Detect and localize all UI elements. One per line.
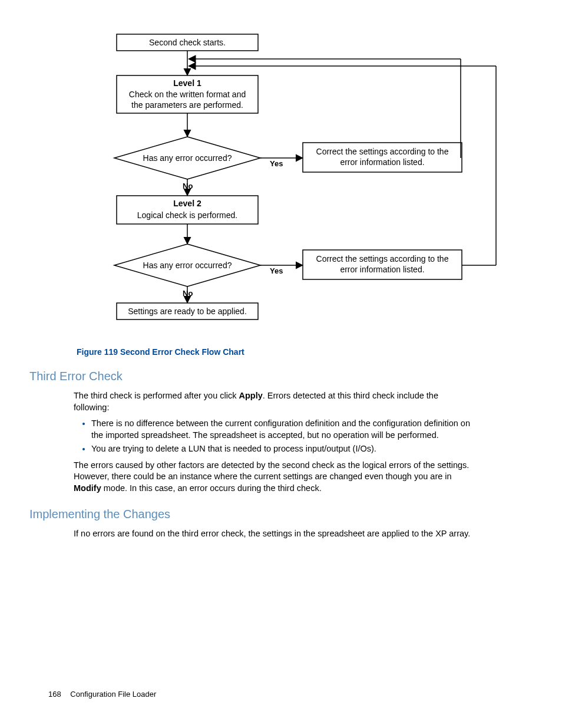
flow-d2-yes: Yes — [270, 266, 283, 275]
flow-node-level1-body2: the parameters are performed. — [131, 100, 243, 110]
flow-node-level1-body1: Check on the written format and — [129, 90, 246, 99]
flow-correct2-l1: Correct the settings according to the — [316, 254, 449, 263]
flow-correct1-l1: Correct the settings according to the — [316, 147, 449, 156]
flow-decision2: Has any error occurred? — [143, 261, 232, 270]
paragraph: If no errors are found on the third erro… — [74, 528, 474, 540]
flow-correct2-l2: error information listed. — [340, 265, 424, 274]
page-footer: 168 Configuration File Loader — [48, 690, 156, 699]
bullet-list: There is no difference between the curre… — [74, 418, 474, 455]
flowchart: Second check starts. Level 1 Check on th… — [95, 29, 474, 330]
flow-node-level1-title: Level 1 — [173, 78, 201, 88]
flow-decision1: Has any error occurred? — [143, 153, 232, 163]
list-item: You are trying to delete a LUN that is n… — [91, 443, 474, 455]
flow-node-final: Settings are ready to be applied. — [128, 307, 247, 316]
flow-node-start: Second check starts. — [149, 38, 226, 47]
page-number: 168 — [48, 690, 61, 699]
paragraph: The errors caused by other factors are d… — [74, 460, 474, 495]
flow-d1-yes: Yes — [270, 159, 283, 168]
heading-implementing: Implementing the Changes — [29, 508, 474, 521]
heading-third-error-check: Third Error Check — [29, 370, 474, 383]
figure-caption: Figure 119 Second Error Check Flow Chart — [77, 347, 474, 357]
flow-node-level2-body: Logical check is performed. — [137, 210, 237, 220]
list-item: There is no difference between the curre… — [91, 418, 474, 441]
flow-correct1-l2: error information listed. — [340, 157, 424, 167]
footer-title: Configuration File Loader — [70, 690, 156, 699]
paragraph: The third check is performed after you c… — [74, 390, 474, 413]
flow-node-level2-title: Level 2 — [173, 199, 201, 208]
